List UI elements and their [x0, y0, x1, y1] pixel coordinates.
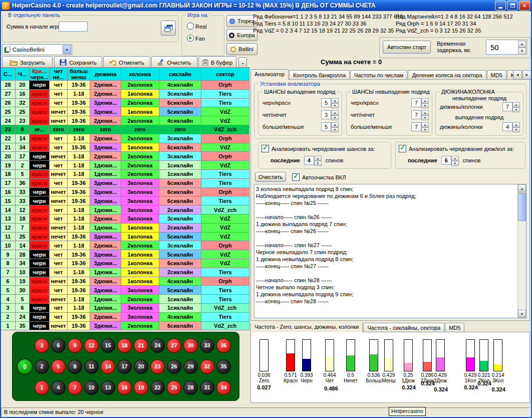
roulette-chip-3[interactable]: 3 [35, 338, 49, 353]
table-header[interactable]: колонка [121, 68, 159, 81]
roulette-chip-35[interactable]: 35 [216, 359, 231, 374]
delay-input[interactable]: 50 ▲▼ [486, 40, 527, 55]
roulette-chip-33[interactable]: 33 [200, 338, 214, 353]
roulette-chip-28[interactable]: 28 [183, 380, 198, 395]
close-button[interactable]: × [519, 1, 530, 11]
g1r1-spinner[interactable]: 3▲▼ [321, 110, 339, 119]
spin-up-icon[interactable]: ▲ [331, 110, 339, 115]
autospin-start-button[interactable]: Автоспин старт [383, 41, 431, 54]
spin-down-icon[interactable]: ▼ [331, 127, 339, 132]
table-header[interactable]: Ч... [16, 68, 30, 81]
roulette-chip-14[interactable]: 14 [101, 359, 115, 374]
table-header[interactable]: большменш [68, 68, 90, 81]
spin-up-icon[interactable]: ▲ [314, 156, 322, 161]
spin-up-icon[interactable]: ▲ [518, 41, 526, 48]
roulette-chip-12[interactable]: 12 [84, 338, 99, 353]
tab-freq-1[interactable]: Частота - сиклайны, сектора [363, 323, 444, 332]
tab-main-2[interactable]: Частоты по числам [350, 70, 407, 80]
tab-main-3[interactable]: Деление колеса на сектора [408, 70, 486, 80]
spin-down-icon[interactable]: ▼ [512, 127, 520, 132]
roulette-chip-4[interactable]: 4 [51, 380, 66, 395]
alternation-chances-checkbox[interactable] [261, 145, 269, 152]
g2r0-spinner[interactable]: 7▲▼ [411, 98, 429, 107]
roulette-chip-6[interactable]: 6 [51, 338, 66, 353]
roulette-chip-27[interactable]: 27 [167, 338, 181, 353]
table-header[interactable]: четне... [50, 68, 68, 81]
roulette-chip-22[interactable]: 22 [150, 380, 165, 395]
spin-up-icon[interactable]: ▲ [512, 102, 520, 107]
g1r2-spinner[interactable]: 5▲▼ [321, 122, 339, 131]
roulette-chip-0[interactable]: 0 [17, 358, 33, 375]
roulette-chip-36[interactable]: 36 [216, 338, 231, 353]
roulette-chip-2[interactable]: 2 [35, 359, 49, 374]
table-header[interactable]: дюжина [90, 68, 121, 81]
g1r0-spinner[interactable]: 5▲▼ [321, 98, 339, 107]
roulette-chip-30[interactable]: 30 [183, 338, 198, 353]
last-spins-spinner2[interactable]: 6▲▼ [441, 156, 459, 165]
roulette-chip-32[interactable]: 32 [200, 359, 214, 374]
spin-down-icon[interactable]: ▼ [331, 103, 339, 108]
spin-down-icon[interactable]: ▼ [512, 107, 520, 112]
roulette-chip-8[interactable]: 8 [68, 359, 82, 374]
log-scrollbar[interactable]: ▲ ▼ [517, 184, 526, 318]
g2r2-spinner[interactable]: 7▲▼ [411, 122, 429, 131]
delay-spinner[interactable]: ▲▼ [518, 41, 526, 54]
minus-button[interactable]: - [238, 57, 247, 68]
spin-up-icon[interactable]: ▲ [421, 98, 429, 103]
spin-down-icon[interactable]: ▼ [451, 161, 459, 166]
scroll-thumb[interactable] [518, 193, 526, 221]
spin-down-icon[interactable]: ▼ [421, 127, 429, 132]
g3r1-spinner[interactable]: 7▲▼ [502, 102, 520, 111]
radio-real-circle[interactable] [187, 23, 194, 30]
roulette-chip-7[interactable]: 7 [68, 380, 82, 395]
roulette-chip-29[interactable]: 29 [183, 359, 198, 374]
roulette-chip-1[interactable]: 1 [35, 380, 49, 395]
g3r2-spinner[interactable]: 4▲▼ [502, 122, 520, 131]
spin-down-icon[interactable]: ▼ [421, 115, 429, 120]
roulette-chip-16[interactable]: 16 [117, 380, 132, 395]
radio-real[interactable]: Real [187, 23, 207, 30]
g2r1-spinner[interactable]: 7▲▼ [411, 110, 429, 119]
spin-up-icon[interactable]: ▲ [421, 122, 429, 127]
roulette-chip-31[interactable]: 31 [200, 380, 214, 395]
roulette-chip-25[interactable]: 25 [167, 380, 181, 395]
spin-down-icon[interactable]: ▼ [518, 48, 526, 55]
detach-panel-button[interactable] [161, 21, 176, 36]
roulette-chip-9[interactable]: 9 [68, 338, 82, 353]
spin-down-icon[interactable]: ▼ [331, 115, 339, 120]
roulette-chip-23[interactable]: 23 [150, 359, 165, 374]
analyzer-log[interactable]: 3 колонка невыпадала подряд 8 спин;Наблю… [254, 184, 526, 318]
alternation-dozens-checkbox[interactable] [399, 145, 406, 152]
spin-down-icon[interactable]: ▼ [421, 103, 429, 108]
casino-bellini-button[interactable]: Bellini [226, 43, 257, 55]
tab-main-4[interactable]: MD5 [487, 70, 506, 80]
start-sum-input[interactable] [59, 22, 88, 32]
radio-fan[interactable]: Fan [187, 35, 205, 42]
radio-fan-circle[interactable] [187, 35, 194, 42]
table-header[interactable]: С... [1, 68, 16, 81]
last-spins-spinner[interactable]: 4▲▼ [304, 156, 322, 165]
roulette-chip-21[interactable]: 21 [134, 338, 148, 353]
spin-up-icon[interactable]: ▲ [421, 110, 429, 115]
roulette-chip-18[interactable]: 18 [117, 338, 132, 353]
spin-up-icon[interactable]: ▲ [331, 98, 339, 103]
spin-up-icon[interactable]: ▲ [512, 122, 520, 127]
tab-freq-2[interactable]: MD5 [445, 323, 464, 332]
table-header[interactable]: сиклайн [159, 68, 201, 81]
autoclear-checkbox[interactable] [292, 173, 300, 181]
roulette-chip-20[interactable]: 20 [134, 359, 148, 374]
table-header[interactable]: Кра...черн... [30, 68, 50, 81]
roulette-chip-17[interactable]: 17 [117, 359, 132, 374]
roulette-chip-10[interactable]: 10 [84, 380, 99, 395]
tab-main-1[interactable]: Контроль банкролла [289, 70, 350, 80]
scroll-down-icon[interactable]: ▼ [518, 310, 526, 318]
roulette-chip-34[interactable]: 34 [216, 380, 231, 395]
analyzer-clear-button[interactable]: Очистить [255, 172, 286, 182]
roulette-chip-5[interactable]: 5 [51, 359, 66, 374]
chevron-down-icon[interactable]: ▼ [63, 45, 71, 54]
scroll-up-icon[interactable]: ▲ [518, 184, 526, 192]
spin-up-icon[interactable]: ▲ [451, 156, 459, 161]
spin-up-icon[interactable]: ▲ [331, 122, 339, 127]
roulette-chip-11[interactable]: 11 [84, 359, 99, 374]
maximize-button[interactable] [507, 1, 518, 11]
